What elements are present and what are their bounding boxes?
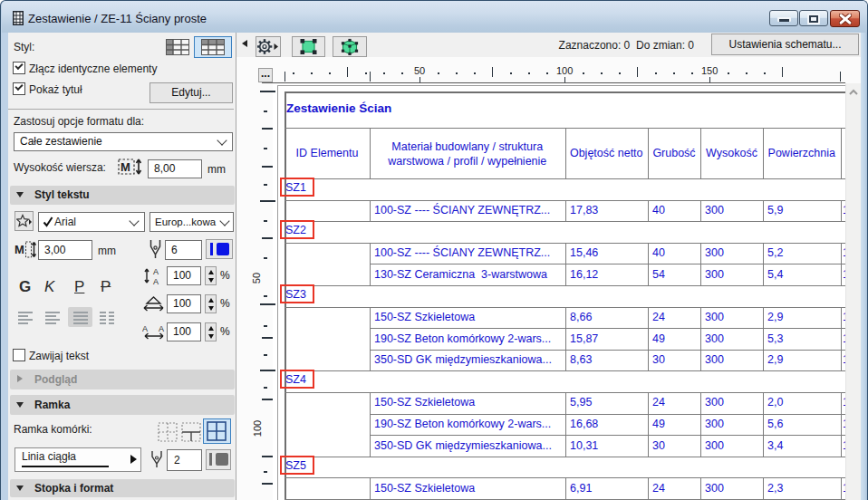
svg-text:A: A (159, 324, 164, 333)
svg-text:A: A (153, 267, 159, 276)
svg-text:M: M (14, 243, 24, 256)
svg-text:A: A (153, 277, 159, 285)
svg-text:A: A (142, 324, 148, 333)
svg-text:M: M (121, 160, 130, 174)
